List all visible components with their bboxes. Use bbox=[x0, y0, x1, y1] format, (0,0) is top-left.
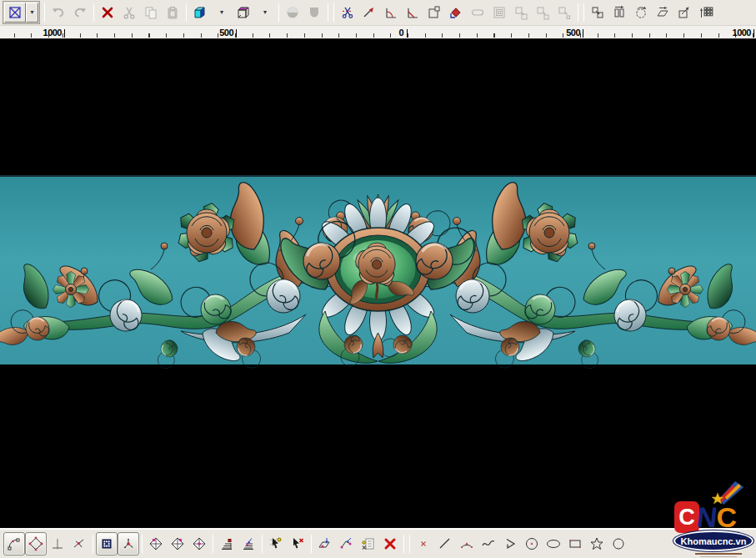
pick-list-button[interactable] bbox=[358, 532, 379, 555]
snap-node-center-button[interactable] bbox=[188, 532, 210, 555]
horizontal-ruler: 1000 500 0 500 1000 bbox=[0, 26, 756, 39]
node-center-icon bbox=[192, 536, 207, 551]
snap-quadrant-button[interactable] bbox=[25, 532, 47, 555]
project-down-button[interactable] bbox=[314, 532, 336, 555]
shear-button[interactable] bbox=[652, 3, 673, 23]
copy-icon bbox=[143, 5, 158, 20]
draw-polygon-button[interactable] bbox=[499, 532, 521, 555]
ruler-label: 1000 bbox=[714, 28, 751, 38]
draw-rectangle-button[interactable] bbox=[564, 532, 586, 555]
rectangle-icon bbox=[568, 536, 583, 551]
snap-node-corner-button[interactable] bbox=[167, 532, 188, 555]
snap-arc-node-button[interactable] bbox=[3, 532, 25, 555]
grid-snap-toggle[interactable] bbox=[96, 532, 118, 555]
measure-polyline-button[interactable] bbox=[336, 532, 358, 555]
fillet-region-icon bbox=[448, 5, 463, 20]
fillet-region-button[interactable] bbox=[445, 3, 467, 23]
ruler-label: 500 bbox=[543, 28, 580, 38]
ruler-major-tick bbox=[407, 29, 408, 38]
wireframe-view-dropdown[interactable]: ▾ bbox=[254, 3, 276, 23]
copy-button[interactable] bbox=[140, 3, 162, 23]
band-top-edge bbox=[0, 175, 756, 177]
half-sphere-render-button[interactable] bbox=[282, 3, 303, 23]
fillet-corner-button[interactable] bbox=[380, 3, 402, 23]
move-button[interactable] bbox=[587, 3, 608, 23]
offset-button[interactable] bbox=[423, 3, 445, 23]
star-icon bbox=[589, 536, 604, 551]
paste-button[interactable] bbox=[162, 3, 183, 23]
undo-button[interactable] bbox=[48, 3, 69, 23]
pick-point-button[interactable] bbox=[265, 532, 287, 555]
chevron-down-icon: ▾ bbox=[263, 9, 267, 16]
wireframe-view-button[interactable] bbox=[233, 3, 254, 23]
shaded-cube-icon bbox=[193, 5, 208, 20]
draw-line-button[interactable] bbox=[434, 532, 456, 555]
separator bbox=[93, 3, 94, 22]
draw-point-button[interactable] bbox=[413, 532, 434, 555]
axis-snap-toggle[interactable] bbox=[118, 532, 139, 555]
slot-button[interactable] bbox=[467, 3, 488, 23]
perpendicular-icon bbox=[50, 536, 65, 551]
arc-icon bbox=[459, 536, 474, 551]
ruler-label: 1000 bbox=[25, 28, 62, 38]
separator bbox=[142, 535, 143, 553]
design-canvas[interactable] bbox=[0, 39, 756, 528]
draw-star-button[interactable] bbox=[586, 532, 608, 555]
separator bbox=[93, 535, 93, 553]
draw-shape-hidden-button[interactable] bbox=[608, 532, 629, 555]
ruler-label: 500 bbox=[197, 28, 233, 38]
dome-render-button[interactable] bbox=[303, 3, 325, 23]
layer-mark-button[interactable] bbox=[216, 532, 238, 555]
shaded-view-button[interactable] bbox=[189, 3, 211, 23]
ruler-major-tick bbox=[583, 29, 583, 38]
node-corner-icon bbox=[170, 536, 185, 551]
ellipse-icon bbox=[546, 536, 561, 551]
move-icon bbox=[590, 5, 605, 20]
selection-mode-group: ▾ bbox=[3, 1, 40, 24]
rotate-button[interactable] bbox=[630, 3, 652, 23]
delete-button[interactable] bbox=[97, 3, 118, 23]
extend-button[interactable] bbox=[358, 3, 380, 23]
relief-preview bbox=[0, 39, 756, 528]
draw-ellipse-button[interactable] bbox=[543, 532, 564, 555]
redo-button[interactable] bbox=[69, 3, 91, 23]
node-edge-icon bbox=[148, 536, 163, 551]
snap-perpendicular-button[interactable] bbox=[47, 532, 68, 555]
mirror-button[interactable] bbox=[608, 3, 630, 23]
copy-object-3-button[interactable] bbox=[553, 3, 575, 23]
separator bbox=[311, 535, 312, 553]
redo-icon bbox=[73, 5, 88, 20]
separator bbox=[328, 3, 328, 22]
array-button[interactable] bbox=[695, 3, 717, 23]
open-flower bbox=[667, 271, 703, 307]
shaded-view-dropdown[interactable]: ▾ bbox=[211, 3, 233, 23]
draw-spline-button[interactable] bbox=[478, 532, 499, 555]
pick-cancel-button[interactable] bbox=[287, 532, 308, 555]
draw-arc-button[interactable] bbox=[456, 532, 478, 555]
trim-button[interactable] bbox=[337, 3, 358, 23]
snap-tangent-button[interactable] bbox=[68, 532, 90, 555]
layer-pick-button[interactable] bbox=[238, 532, 259, 555]
point-icon bbox=[416, 536, 431, 551]
concentric-icon bbox=[492, 5, 507, 20]
abort-button[interactable] bbox=[379, 532, 401, 555]
snap-node-edge-button[interactable] bbox=[145, 532, 167, 555]
copy-object-2-button[interactable] bbox=[532, 3, 553, 23]
separator bbox=[278, 3, 279, 22]
scale-button[interactable] bbox=[673, 3, 695, 23]
selection-mode-button[interactable] bbox=[4, 3, 26, 23]
separator bbox=[213, 535, 213, 553]
draw-circle-button[interactable] bbox=[521, 532, 543, 555]
cut-button[interactable] bbox=[118, 3, 140, 23]
concentric-copy-button[interactable] bbox=[488, 3, 510, 23]
separator bbox=[186, 3, 187, 22]
copy-object-icon bbox=[557, 5, 572, 20]
slot-icon bbox=[470, 5, 485, 20]
copy-object-1-button[interactable] bbox=[510, 3, 532, 23]
separator bbox=[578, 3, 578, 22]
ruler-major-tick bbox=[236, 29, 237, 38]
separator bbox=[583, 3, 584, 22]
selection-mode-dropdown[interactable]: ▾ bbox=[26, 3, 38, 23]
chamfer-corner-button[interactable] bbox=[402, 3, 423, 23]
spline-icon bbox=[481, 536, 496, 551]
